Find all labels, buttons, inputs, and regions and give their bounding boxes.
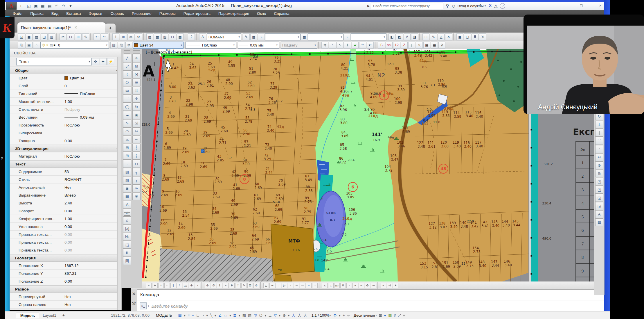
gizmo-caret-icon[interactable]: ▾	[288, 313, 290, 318]
array-icon[interactable]: ⠿	[472, 33, 478, 40]
dynucs-icon[interactable]: ⊥	[268, 313, 271, 318]
mirror-icon[interactable]: ⋈	[132, 70, 141, 78]
drawing-aid-icon-2[interactable]: ×	[158, 283, 164, 288]
drawing-aid-icon-22[interactable]: ⫞	[288, 283, 293, 288]
tab-close-icon[interactable]: ✕	[74, 25, 78, 30]
viewport-icon[interactable]: ▦	[154, 33, 161, 40]
drawing-aid-icon-15[interactable]: ✎	[241, 283, 247, 288]
selection-filter-icon[interactable]: ▽	[274, 313, 277, 318]
layer-prev-icon[interactable]: ⎗	[118, 42, 125, 49]
array-icon[interactable]: ⠿	[132, 87, 141, 95]
properties-section-header[interactable]: Разное−	[10, 285, 121, 293]
customize-menu-icon[interactable]: ≡	[403, 313, 405, 318]
annoscale-gear-icon[interactable]: ⚙	[333, 313, 337, 318]
property-row[interactable]: Положение Z0.00	[10, 277, 121, 285]
command-close-icon[interactable]: ✕	[132, 291, 136, 297]
property-row[interactable]: Масштаб типа ли...1.00	[10, 98, 121, 106]
object-isolate-icon[interactable]: ♯	[394, 313, 396, 318]
maximize-button[interactable]: □	[575, 2, 587, 9]
drawing-aid-icon-28[interactable]: ٪	[328, 283, 334, 288]
quickcalc-icon[interactable]: ⊞	[379, 313, 382, 318]
drawing-aid-icon-10[interactable]: ∅	[211, 283, 216, 288]
osnap-caret-icon[interactable]: ▾	[229, 313, 231, 318]
drawing-aid-icon-38[interactable]: +	[393, 283, 398, 288]
zoom-realtime-icon[interactable]: ⊕	[120, 33, 127, 40]
geo-z-icon[interactable]: Z	[401, 42, 408, 49]
snap-none-icon[interactable]: ⊘	[595, 161, 603, 169]
layer-off-icon[interactable]: ◌	[33, 42, 40, 49]
sketch-icon[interactable]: △	[438, 33, 445, 40]
property-row[interactable]: ВыравниваниеВлево	[10, 191, 121, 199]
ungroup-icon[interactable]: ▢	[464, 33, 471, 40]
move-icon[interactable]: ✛	[132, 95, 141, 103]
properties-section-header[interactable]: Текст−	[10, 160, 121, 168]
infer-icon[interactable]: +	[192, 313, 194, 318]
exchange-icon[interactable]: X	[489, 3, 492, 8]
grid-settings-icon[interactable]: ▾	[184, 313, 186, 318]
up-z-icon[interactable]: °ᶻ	[359, 42, 366, 49]
dim-style-dropdown[interactable]: ▾	[265, 33, 301, 40]
new-tab-button[interactable]: ✦	[105, 24, 116, 33]
property-row[interactable]: Коэффициент сжа...1.00	[10, 215, 121, 223]
drawing-aid-icon-19[interactable]: ⇥	[269, 283, 275, 288]
erase-icon[interactable]: ✕	[445, 33, 452, 40]
drawing-aid-icon-29[interactable]: вул	[334, 283, 340, 288]
layer-states-icon[interactable]: ⎘	[18, 42, 25, 49]
polar-icon[interactable]: ◔	[202, 313, 204, 318]
geo-search-icon[interactable]: ⚲	[438, 42, 445, 49]
select-objects-icon[interactable]: ✛	[100, 58, 107, 65]
menu-размеры[interactable]: Размеры	[159, 11, 176, 16]
file-tab[interactable]: План_існуючого_викор(1)*✕	[17, 22, 106, 33]
annotate-icon[interactable]: A	[404, 33, 411, 40]
drawing-aid-icon-3[interactable]: ≈	[164, 283, 170, 288]
viewport-controls[interactable]: [−][Сверху][2D-каркас]	[146, 50, 192, 54]
redo-icon[interactable]: ↷	[60, 3, 67, 9]
ellipse-icon[interactable]: ⬭	[123, 127, 131, 135]
geo-fence-icon[interactable]: ⫲	[408, 42, 415, 49]
property-row[interactable]: Привязка текста...0.00	[10, 238, 121, 246]
menu-окно[interactable]: Окно	[257, 11, 266, 16]
geo-grid-icon[interactable]: ▦	[431, 42, 438, 49]
text-to-front-icon[interactable]: A	[595, 210, 603, 218]
property-row[interactable]: ПрозрачностьПоСлою	[10, 121, 121, 129]
import-icon[interactable]: ◧	[388, 33, 395, 40]
user-icon[interactable]: ☺	[451, 3, 456, 8]
property-row[interactable]: МатериалПоСлою	[10, 152, 121, 160]
gizmo-icon[interactable]: ⊕	[283, 313, 286, 318]
property-row[interactable]: ЦветЦвет 34	[10, 74, 121, 82]
iso-caret-icon[interactable]: ▾	[214, 313, 216, 318]
dyn-caret-icon[interactable]: ▾	[238, 313, 240, 318]
dynamic-ucs-icon[interactable]: ∟	[196, 313, 200, 318]
save-icon[interactable]: ▣	[26, 33, 33, 40]
drawing-aid-icon-37[interactable]: ⊣	[387, 283, 392, 288]
drawing-aid-icon-25[interactable]: ··	[306, 283, 312, 288]
menu-вид[interactable]: Вид	[51, 11, 58, 16]
snap-icon[interactable]: ⌗	[188, 313, 190, 318]
object-type-dropdown[interactable]: Текст▾	[16, 58, 92, 65]
open-icon[interactable]: ◱	[18, 33, 25, 40]
property-row[interactable]: Привязка текста...0.00	[10, 231, 121, 238]
polyline-icon[interactable]: ⌇	[123, 70, 131, 78]
paste-icon[interactable]: ⊞	[75, 33, 82, 40]
geo-select-icon[interactable]: ⬚	[123, 241, 131, 249]
mleader-style-icon[interactable]: ⌁	[258, 33, 265, 40]
drawing-aid-icon-1[interactable]: ✛	[152, 283, 158, 288]
spline-z-icon[interactable]: ∿	[337, 42, 343, 49]
properties-section-header[interactable]: Общие−	[10, 67, 121, 74]
drawing-aid-icon-31[interactable]: ◦	[346, 283, 352, 288]
drawing-aid-icon-7[interactable]: ⊛	[189, 283, 194, 288]
drawing-aid-icon-32[interactable]: ⌖	[352, 283, 358, 288]
selection-cycling-icon[interactable]: ◲	[253, 313, 257, 318]
isolate-icon[interactable]: ⌯	[347, 313, 350, 318]
3d-caret-icon[interactable]: ▾	[265, 313, 267, 318]
move-z-icon[interactable]: ⇉	[321, 42, 328, 49]
transparency-icon[interactable]: ▨	[248, 313, 251, 318]
open-file-icon[interactable]: ◱	[26, 3, 32, 9]
arc-icon[interactable]: ⌒	[123, 95, 131, 103]
drawing-aid-icon-16[interactable]: ⊡	[247, 283, 253, 288]
explode-icon[interactable]: ✳	[132, 193, 141, 200]
tab-layout1[interactable]: Layout1	[39, 313, 60, 318]
sun-icon[interactable]: ☀	[46, 43, 49, 47]
bulb-icon[interactable]: ⦿	[42, 43, 45, 47]
match-properties-icon[interactable]: ✎	[82, 33, 89, 40]
